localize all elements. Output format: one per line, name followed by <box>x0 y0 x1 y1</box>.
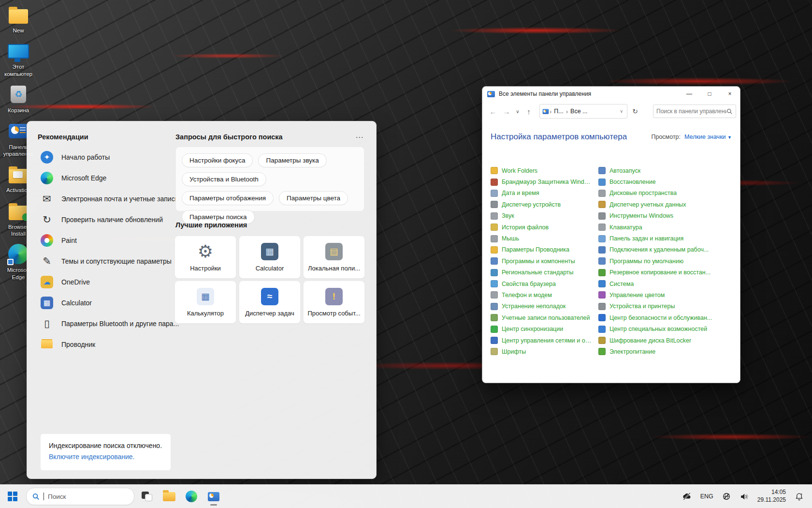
control-panel-item[interactable]: Устройства и принтеры <box>598 301 734 312</box>
recommendation-item[interactable]: ▦ Calculator <box>38 292 173 313</box>
recommendation-item[interactable]: Paint <box>38 230 173 251</box>
desktop-icon[interactable]: ♻ Корзина <box>3 84 34 114</box>
active-window-indicator <box>210 504 217 506</box>
taskbar-search-input[interactable]: Поиск <box>26 488 134 505</box>
control-panel-item-icon <box>491 280 498 287</box>
window-titlebar[interactable]: Все элементы панели управления — □ × <box>482 87 740 101</box>
control-panel-item[interactable]: Диспетчер учетных данных <box>598 199 734 210</box>
task-view-button[interactable] <box>137 487 157 506</box>
control-panel-item[interactable]: Звук <box>491 210 593 222</box>
desktop-icon-glyph <box>9 124 28 138</box>
control-panel-item[interactable]: Шрифты <box>491 346 593 357</box>
breadcrumb-all-items[interactable]: Все ... <box>568 108 590 115</box>
recommendation-item[interactable]: ✎ Темы и сопутствующие параметры <box>38 251 173 271</box>
control-panel-item[interactable]: Work Folders <box>491 165 593 176</box>
control-panel-item-label: Work Folders <box>502 167 537 174</box>
quick-search-pill[interactable]: Параметры цвета <box>279 191 348 205</box>
control-panel-item[interactable]: Устранение неполадок <box>491 301 593 312</box>
control-panel-item[interactable]: Шифрование диска BitLocker <box>598 335 734 346</box>
recommendation-item[interactable]: Microsoft Edge <box>38 167 173 188</box>
desktop-icon[interactable]: New <box>3 4 34 34</box>
edge-button[interactable] <box>182 487 201 506</box>
control-panel-items-left: Work Folders Брандмауэр Защитника Window… <box>491 165 593 358</box>
forward-icon[interactable]: → <box>500 105 513 118</box>
control-panel-item[interactable]: Программы и компоненты <box>491 255 593 267</box>
control-panel-item[interactable]: Автозапуск <box>598 165 734 176</box>
desktop-icon[interactable]: Этот компьютер <box>3 40 34 77</box>
control-panel-item[interactable]: Панель задач и навигация <box>598 233 734 244</box>
control-panel-item[interactable]: Программы по умолчанию <box>598 255 734 267</box>
app-card[interactable]: ⚙ Настройки <box>174 236 236 279</box>
control-panel-item[interactable]: Телефон и модем <box>491 289 593 300</box>
control-panel-item[interactable]: Диспетчер устройств <box>491 199 593 210</box>
address-dropdown-icon[interactable]: ∨ <box>618 109 625 114</box>
control-panel-item[interactable]: Подключения к удаленным рабоч... <box>598 244 734 255</box>
file-explorer-button[interactable] <box>160 487 179 506</box>
windows-logo-icon <box>8 492 17 501</box>
maximize-button[interactable]: □ <box>699 87 720 101</box>
app-card[interactable]: ≈ Диспетчер задач <box>239 281 301 324</box>
control-panel-item-label: Брандмауэр Защитника Windows <box>502 179 593 185</box>
control-panel-item[interactable]: Центр специальных возможностей <box>598 323 734 334</box>
notification-center-button[interactable]: z <box>791 488 807 505</box>
control-panel-item[interactable]: Центр безопасности и обслуживан... <box>598 312 734 323</box>
control-panel-item[interactable]: Учетные записи пользователей <box>491 312 593 323</box>
language-indicator[interactable]: ENG <box>697 488 717 505</box>
control-panel-item[interactable]: Резервное копирование и восстан... <box>598 267 734 278</box>
quick-search-pill[interactable]: Параметры отображения <box>182 191 274 205</box>
control-panel-item[interactable]: Региональные стандарты <box>491 267 593 278</box>
recommendation-item[interactable]: ✦ Начало работы <box>38 147 173 167</box>
control-panel-item[interactable]: Свойства браузера <box>491 278 593 289</box>
control-panel-item[interactable]: Инструменты Windows <box>598 210 734 222</box>
app-card[interactable]: ! Просмотр событ... <box>303 281 365 324</box>
breadcrumb-panel[interactable]: П... <box>551 108 566 115</box>
quick-search-pill[interactable]: Устройства и Bluetooth <box>182 172 266 186</box>
network-button[interactable] <box>719 488 734 505</box>
onedrive-status-button[interactable] <box>679 488 695 505</box>
quick-search-pill[interactable]: Настройки фокуса <box>182 153 253 167</box>
control-panel-item-icon <box>598 291 606 299</box>
control-panel-item[interactable]: Дата и время <box>491 188 593 199</box>
control-panel-item[interactable]: История файлов <box>491 222 593 233</box>
control-panel-item[interactable]: Брандмауэр Защитника Windows <box>491 176 593 187</box>
control-panel-item[interactable]: Центр синхронизации <box>491 323 593 334</box>
control-panel-item[interactable]: Восстановление <box>598 176 734 187</box>
recommendation-label: Paint <box>61 237 77 244</box>
recommendation-item[interactable]: ▯ Параметры Bluetooth и другие пара... <box>38 313 173 334</box>
up-icon[interactable]: ↑ <box>522 105 536 118</box>
control-panel-item-icon <box>491 257 498 265</box>
control-panel-taskbar-button[interactable] <box>204 487 223 506</box>
refresh-icon[interactable]: ↻ <box>628 105 642 118</box>
app-card[interactable]: ▤ Локальная поли... <box>303 236 365 279</box>
control-panel-search-input[interactable]: Поиск в панели управления <box>653 105 736 118</box>
minimize-button[interactable]: — <box>679 87 699 101</box>
address-bar[interactable]: › П... › Все ... ∨ <box>539 104 627 119</box>
control-panel-item[interactable]: Параметры Проводника <box>491 244 593 255</box>
app-card[interactable]: ▦ Калькулятор <box>174 281 236 324</box>
clock[interactable]: 14:05 29.11.2025 <box>754 488 789 505</box>
control-panel-item[interactable]: Дисковые пространства <box>598 188 734 199</box>
recommendation-item[interactable]: ✉ Электронная почта и учетные записи <box>38 188 173 209</box>
control-panel-item[interactable]: Электропитание <box>598 346 734 357</box>
view-value: Мелкие значки <box>684 134 726 140</box>
history-chevron-icon[interactable]: ∨ <box>513 105 522 118</box>
app-card[interactable]: ▦ Calculator <box>239 236 301 279</box>
close-button[interactable]: × <box>720 87 740 101</box>
quick-search-pill[interactable]: Параметры звука <box>258 153 326 167</box>
recommendation-item[interactable]: ☁ OneDrive <box>38 271 173 292</box>
start-button[interactable] <box>3 487 22 506</box>
control-panel-item[interactable]: Система <box>598 278 734 289</box>
enable-indexing-link[interactable]: Включите индексирование. <box>49 453 171 461</box>
control-panel-item[interactable]: Центр управления сетями и общи... <box>491 335 593 346</box>
view-label: Просмотр: <box>651 134 681 140</box>
recommendation-item[interactable]: Проводник <box>38 334 173 355</box>
control-panel-item-icon <box>491 179 498 186</box>
view-selector[interactable]: Мелкие значки ▼ <box>684 134 732 140</box>
recommendation-item[interactable]: ↻ Проверить наличие обновлений <box>38 209 173 230</box>
more-options-button[interactable]: ... <box>352 130 367 141</box>
back-icon[interactable]: ← <box>486 105 500 118</box>
volume-button[interactable] <box>736 488 752 505</box>
control-panel-item[interactable]: Клавиатура <box>598 222 734 233</box>
control-panel-item[interactable]: Управление цветом <box>598 289 734 300</box>
control-panel-item[interactable]: Мышь <box>491 233 593 244</box>
